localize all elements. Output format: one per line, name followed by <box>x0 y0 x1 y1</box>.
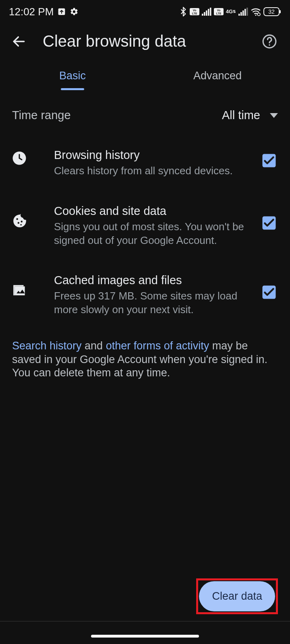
svg-point-17 <box>255 14 256 16</box>
svg-point-26 <box>16 218 18 220</box>
svg-rect-13 <box>240 12 242 16</box>
status-bar: 12:02 PM VoLTE VoLTE 4G⇅ 32 <box>0 0 290 23</box>
tabs: Basic Advanced <box>0 70 290 90</box>
svg-text:32: 32 <box>268 8 275 15</box>
dropdown-arrow-icon <box>270 113 278 118</box>
checkbox-browsing-history[interactable] <box>262 149 278 168</box>
svg-rect-6 <box>206 10 207 16</box>
svg-rect-8 <box>210 8 211 16</box>
tab-active-indicator <box>61 88 84 90</box>
footer-text-1: and <box>82 340 106 352</box>
clear-data-button[interactable]: Clear data <box>199 581 275 611</box>
time-range-label: Time range <box>12 109 71 122</box>
time-range-dropdown[interactable]: All time <box>222 109 278 122</box>
bluetooth-icon <box>179 6 187 17</box>
nav-gesture-bar[interactable] <box>91 635 199 638</box>
status-time: 12:02 PM <box>9 6 54 18</box>
tab-advanced-label: Advanced <box>193 70 242 82</box>
svg-point-28 <box>21 221 23 222</box>
clock-icon <box>12 149 34 165</box>
svg-rect-12 <box>238 14 240 16</box>
bottom-divider <box>0 621 290 621</box>
status-right: VoLTE VoLTE 4G⇅ 32 <box>179 6 281 17</box>
svg-text:Vo: Vo <box>193 9 196 12</box>
svg-point-23 <box>269 44 270 45</box>
upload-icon <box>58 8 66 16</box>
svg-rect-5 <box>204 12 205 16</box>
status-left: 12:02 PM <box>9 6 79 18</box>
clear-data-highlight: Clear data <box>196 578 278 614</box>
item-subtitle: Clears history from all synced devices. <box>54 164 254 178</box>
svg-rect-15 <box>244 9 246 16</box>
svg-rect-4 <box>202 14 203 16</box>
item-cached-images[interactable]: Cached images and files Frees up 317 MB.… <box>0 258 290 327</box>
network-4g-icon: 4G⇅ <box>226 9 236 14</box>
tab-advanced[interactable]: Advanced <box>145 70 290 90</box>
settings-status-icon <box>70 7 79 16</box>
header: Clear browsing data <box>0 23 290 59</box>
signal-icon-2 <box>238 8 248 16</box>
time-range-value: All time <box>222 109 260 122</box>
volte-icon-2: VoLTE <box>214 8 224 15</box>
item-title: Cookies and site data <box>54 204 254 218</box>
battery-icon: 32 <box>263 7 281 16</box>
image-stack-icon <box>12 274 34 298</box>
checkbox-cached-images[interactable] <box>262 274 278 299</box>
wifi-icon <box>251 7 261 16</box>
svg-point-27 <box>18 222 19 223</box>
footer-note: Search history and other forms of activi… <box>0 327 290 392</box>
svg-text:LTE: LTE <box>192 12 197 15</box>
svg-rect-14 <box>242 10 244 16</box>
item-browsing-history[interactable]: Browsing history Clears history from all… <box>0 138 290 188</box>
svg-point-18 <box>257 13 260 16</box>
cookie-icon <box>12 204 34 229</box>
svg-point-29 <box>20 224 21 225</box>
svg-rect-20 <box>280 10 281 13</box>
checkbox-cookies[interactable] <box>262 204 278 230</box>
help-button[interactable] <box>262 34 277 49</box>
volte-icon-1: VoLTE <box>190 8 199 15</box>
search-history-link[interactable]: Search history <box>12 340 82 352</box>
item-title: Cached images and files <box>54 274 254 287</box>
item-title: Browsing history <box>54 149 254 162</box>
svg-rect-16 <box>246 8 248 16</box>
svg-text:Vo: Vo <box>217 9 220 12</box>
back-button[interactable] <box>11 34 27 49</box>
other-activity-link[interactable]: other forms of activity <box>106 340 209 352</box>
svg-rect-7 <box>208 9 209 16</box>
item-subtitle: Signs you out of most sites. You won't b… <box>54 220 254 248</box>
tab-basic-label: Basic <box>59 70 86 82</box>
signal-icon-1 <box>202 8 211 16</box>
tab-basic[interactable]: Basic <box>0 70 145 90</box>
time-range-row[interactable]: Time range All time <box>0 90 290 138</box>
item-cookies[interactable]: Cookies and site data Signs you out of m… <box>0 188 290 258</box>
page-title: Clear browsing data <box>43 32 262 50</box>
svg-text:LTE: LTE <box>216 12 221 15</box>
item-subtitle: Frees up 317 MB. Some sites may load mor… <box>54 289 254 317</box>
